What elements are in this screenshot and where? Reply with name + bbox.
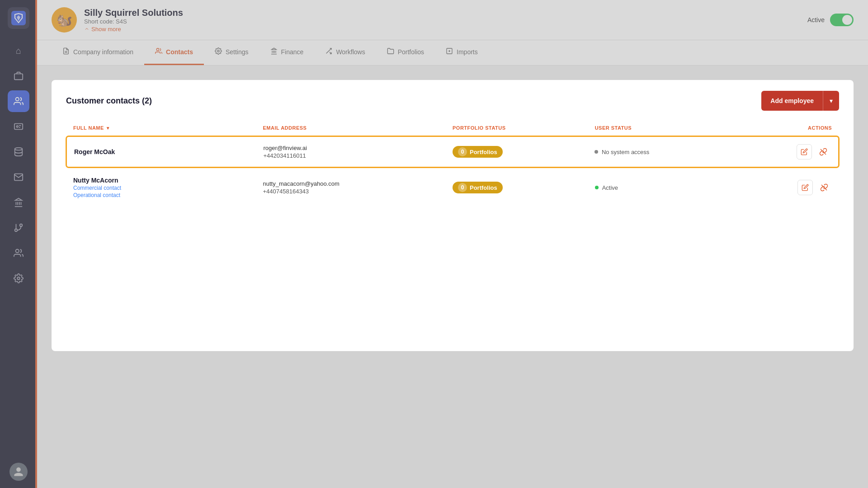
unlink-button[interactable] <box>816 144 831 160</box>
sidebar-item-team[interactable] <box>8 242 29 264</box>
svg-line-31 <box>821 185 827 190</box>
email-text: roger@finview.ai <box>264 145 453 151</box>
user-status-cell: No system access <box>594 149 736 155</box>
svg-point-16 <box>17 277 20 280</box>
table-row: Nutty McAcorn Commercial contact Operati… <box>66 169 839 206</box>
employee-name: Roger McOak <box>74 148 264 155</box>
employee-name-cell: Nutty McAcorn Commercial contact Operati… <box>73 177 263 198</box>
tab-portfolios-label: Portfolios <box>398 48 424 56</box>
sidebar-item-contacts[interactable] <box>8 90 29 112</box>
portfolio-label: Portfolios <box>470 184 497 191</box>
sidebar-item-database[interactable] <box>8 141 29 163</box>
col-header-portfolio: Portfolio Status <box>453 125 595 131</box>
contacts-tab-icon <box>155 47 162 56</box>
user-status-cell: Active <box>595 184 737 191</box>
user-status-text: No system access <box>602 149 649 155</box>
phone-text: +442034116011 <box>264 152 453 159</box>
tab-finance-label: Finance <box>281 48 304 56</box>
svg-line-30 <box>821 149 826 155</box>
col-header-fullname[interactable]: Full Name ▼ <box>73 125 263 131</box>
user-status: Active <box>595 184 737 191</box>
tab-portfolios[interactable]: Portfolios <box>376 40 435 65</box>
svg-point-14 <box>15 229 18 232</box>
add-employee-button[interactable]: Add employee ▾ <box>761 91 839 111</box>
contacts-header: Customer contacts (2) Add employee ▾ <box>66 91 839 111</box>
status-dot-active <box>595 186 599 189</box>
portfolio-count: 0 <box>458 147 467 156</box>
tab-finance[interactable]: Finance <box>259 40 315 65</box>
contact-type-operational: Operational contact <box>73 192 263 198</box>
svg-point-20 <box>217 50 219 52</box>
tab-company-info-label: Company information <box>73 48 133 56</box>
sidebar-item-id-card[interactable] <box>8 116 29 137</box>
svg-marker-11 <box>15 198 22 201</box>
sort-arrow-fullname: ▼ <box>106 126 110 131</box>
portfolio-count: 0 <box>458 183 467 192</box>
svg-point-2 <box>16 98 19 101</box>
sidebar-item-mail[interactable] <box>8 166 29 188</box>
edit-button[interactable] <box>797 180 813 195</box>
company-info-tab-icon <box>62 47 70 56</box>
settings-tab-icon <box>215 47 222 56</box>
tab-contacts-label: Contacts <box>166 48 193 56</box>
table-row: Roger McOak roger@finview.ai +4420341160… <box>66 136 839 168</box>
col-header-userstatus: User Status <box>595 125 737 131</box>
tab-workflows-label: Workflows <box>336 48 365 56</box>
tab-workflows[interactable]: Workflows <box>314 40 376 65</box>
svg-marker-26 <box>271 48 276 49</box>
email-cell: nutty_macacorn@yahoo.com +4407458164343 <box>263 180 453 195</box>
svg-point-5 <box>15 148 23 150</box>
actions-cell <box>736 144 831 160</box>
show-more-link[interactable]: Show more <box>84 26 183 33</box>
contact-type-commercial: Commercial contact <box>73 185 263 191</box>
tab-settings[interactable]: Settings <box>204 40 259 65</box>
company-info: 🐿️ Silly Squirrel Solutions Short code: … <box>52 7 183 33</box>
svg-point-19 <box>156 48 159 51</box>
user-status: No system access <box>594 149 736 155</box>
active-toggle[interactable] <box>830 14 854 26</box>
content-card: Customer contacts (2) Add employee ▾ Ful… <box>52 80 854 351</box>
top-header: 🐿️ Silly Squirrel Solutions Short code: … <box>37 0 868 40</box>
portfolio-cell: 0 Portfolios <box>453 182 595 193</box>
phone-text: +4407458164343 <box>263 188 453 195</box>
tab-imports[interactable]: Imports <box>435 40 489 65</box>
add-employee-dropdown-arrow[interactable]: ▾ <box>823 92 839 110</box>
sidebar-item-bank[interactable] <box>8 192 29 213</box>
add-employee-label: Add employee <box>761 92 823 110</box>
tab-company-info[interactable]: Company information <box>52 40 144 65</box>
company-details: Silly Squirrel Solutions Short code: S4S… <box>84 8 183 33</box>
portfolio-badge: 0 Portfolios <box>453 146 503 158</box>
col-header-email: Email Address <box>263 125 453 131</box>
finance-tab-icon <box>270 47 278 56</box>
app-logo[interactable] <box>8 7 29 29</box>
svg-point-15 <box>16 249 19 253</box>
svg-point-13 <box>20 224 23 227</box>
tab-contacts[interactable]: Contacts <box>144 40 204 65</box>
status-dot-no-access <box>594 150 598 154</box>
header-right: Active <box>807 14 854 26</box>
main-area: 🐿️ Silly Squirrel Solutions Short code: … <box>37 0 868 488</box>
sidebar-item-home[interactable]: ⌂ <box>8 40 29 61</box>
sidebar: ⌂ <box>0 0 37 488</box>
content-area: Customer contacts (2) Add employee ▾ Ful… <box>37 66 868 488</box>
svg-point-4 <box>16 126 18 127</box>
edit-button[interactable] <box>797 144 812 160</box>
sidebar-item-settings[interactable] <box>8 267 29 289</box>
email-cell: roger@finview.ai +442034116011 <box>264 145 453 159</box>
imports-tab-icon <box>446 47 453 56</box>
employee-name: Nutty McAcorn <box>73 177 263 184</box>
unlink-button[interactable] <box>816 180 832 195</box>
email-text: nutty_macacorn@yahoo.com <box>263 180 453 187</box>
col-header-actions: Actions <box>737 125 832 131</box>
portfolio-badge: 0 Portfolios <box>453 182 503 193</box>
sidebar-item-branch[interactable] <box>8 217 29 239</box>
employee-name-cell: Roger McOak <box>74 148 264 155</box>
user-status-text: Active <box>602 184 618 191</box>
tabs-bar: Company information Contacts Settings Fi… <box>37 40 868 66</box>
user-avatar[interactable] <box>9 463 28 481</box>
portfolio-cell: 0 Portfolios <box>453 146 594 158</box>
tab-imports-label: Imports <box>457 48 478 56</box>
svg-rect-1 <box>14 74 23 80</box>
sidebar-item-briefcase[interactable] <box>8 65 29 87</box>
company-name: Silly Squirrel Solutions <box>84 8 183 18</box>
